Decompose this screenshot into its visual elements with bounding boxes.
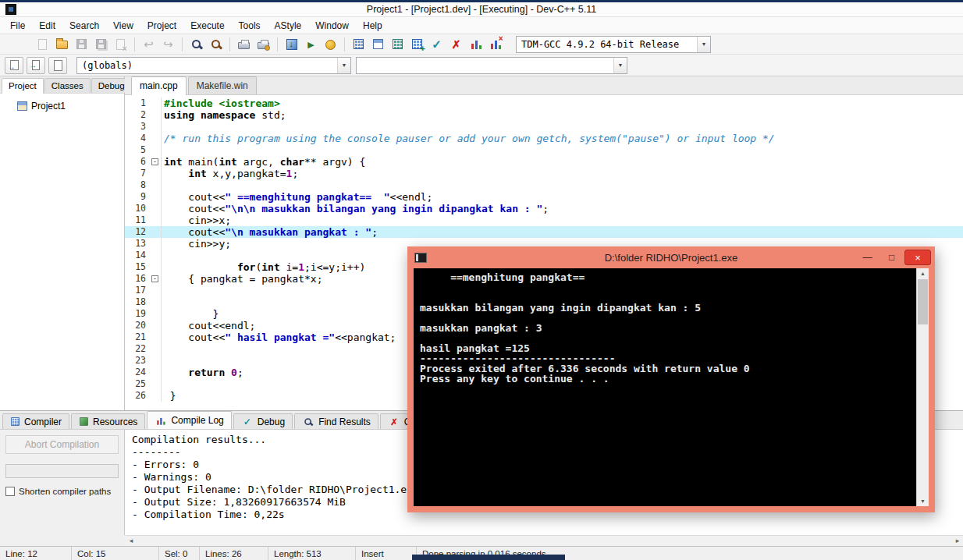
line-number: 7	[125, 168, 150, 179]
code-line-3[interactable]: 3	[125, 121, 963, 133]
class-browser-mode-button[interactable]	[48, 57, 67, 74]
run-icon	[305, 38, 318, 51]
line-number: 25	[125, 378, 150, 390]
compile-and-run-button[interactable]	[321, 35, 340, 54]
console-maximize-button[interactable]: □	[880, 250, 903, 265]
console-titlebar[interactable]: D:\folder RIDHO\Project1.exe — □ ×	[407, 246, 935, 268]
tab-compile-log[interactable]: Compile Log	[147, 411, 231, 429]
menu-view[interactable]: View	[106, 19, 140, 33]
code-line-2[interactable]: 2using namespace std;	[125, 109, 963, 121]
abort-compilation-button[interactable]: Abort Compilation	[5, 435, 119, 454]
compile-icon	[286, 39, 297, 50]
main-toolbar: TDM-GCC 4.9.2 64-bit Release ▼	[0, 34, 963, 55]
tab-label: Debug	[98, 81, 125, 90]
code-line-9[interactable]: 9 cout<<" ==menghitung pangkat== "<<endl…	[125, 191, 963, 203]
open-file-button[interactable]	[52, 35, 72, 54]
fold-margin	[150, 226, 162, 238]
replace-button[interactable]	[206, 35, 226, 54]
tab-compiler[interactable]: Compiler	[2, 413, 69, 429]
stop-execution-button[interactable]	[446, 35, 466, 54]
run-button[interactable]	[301, 35, 321, 54]
line-number: 1	[125, 97, 150, 109]
tab-classes[interactable]: Classes	[44, 78, 91, 93]
tab-debug[interactable]: Debug	[233, 413, 293, 429]
code-text: cin>>y;	[162, 238, 231, 250]
globals-combobox[interactable]: (globals) ▼	[76, 57, 351, 74]
scroll-down-arrow-icon[interactable]: ▼	[917, 496, 929, 506]
compile-button[interactable]	[282, 35, 301, 54]
console-window[interactable]: D:\folder RIDHO\Project1.exe — □ × ==men…	[407, 246, 935, 512]
code-text: cout<<endl;	[162, 320, 255, 331]
code-line-6[interactable]: 6-int main(int argc, char** argv) {	[125, 156, 963, 168]
print-setup-button[interactable]	[254, 35, 273, 54]
delete-profiling-data-button[interactable]	[485, 35, 505, 54]
print-button[interactable]	[234, 35, 254, 54]
status-lines: Lines: 26	[200, 547, 268, 560]
console-line	[420, 282, 916, 292]
project-sidebar: ProjectClassesDebug Project1	[0, 76, 125, 410]
find-button[interactable]	[187, 35, 206, 54]
menu-edit[interactable]: Edit	[32, 19, 62, 33]
menu-tools[interactable]: Tools	[232, 19, 268, 33]
code-line-11[interactable]: 11 cin>>x;	[125, 214, 963, 226]
menu-file[interactable]: File	[3, 19, 32, 33]
console-minimize-button[interactable]: —	[856, 250, 879, 265]
members-combobox[interactable]: ▼	[356, 57, 627, 74]
fold-margin	[150, 296, 162, 308]
project-icon	[17, 101, 27, 111]
code-line-8[interactable]: 8	[125, 179, 963, 191]
console-close-button[interactable]: ×	[904, 250, 931, 265]
code-text	[162, 250, 164, 261]
code-line-5[interactable]: 5	[125, 144, 963, 156]
shorten-compiler-paths-checkbox[interactable]: Shorten compiler paths	[5, 487, 119, 496]
line-number: 4	[125, 133, 150, 144]
new-project-button[interactable]	[349, 35, 368, 54]
tab-find-results[interactable]: Find Results	[294, 413, 378, 429]
line-number: 22	[125, 343, 150, 355]
project-options-button[interactable]	[368, 35, 388, 54]
log-horizontal-scrollbar[interactable]: ◂ ▸	[126, 535, 963, 546]
scroll-right-arrow-icon[interactable]: ▸	[952, 536, 963, 546]
page-x-icon	[116, 39, 125, 50]
syntax-check-button[interactable]	[427, 35, 446, 54]
menu-window[interactable]: Window	[308, 19, 356, 33]
scrollbar-thumb[interactable]	[918, 279, 928, 324]
tab-main-cpp[interactable]: main.cpp	[131, 76, 187, 95]
profile-analysis-button[interactable]	[466, 35, 485, 54]
compiler-combobox[interactable]: TDM-GCC 4.9.2 64-bit Release ▼	[516, 36, 711, 53]
scroll-up-arrow-icon[interactable]: ▲	[917, 268, 929, 278]
status-sel: Sel: 0	[159, 547, 200, 560]
console-scrollbar[interactable]: ▲ ▼	[916, 268, 929, 506]
menu-astyle[interactable]: AStyle	[268, 19, 309, 33]
menu-project[interactable]: Project	[140, 19, 183, 33]
code-line-12[interactable]: 12 cout<<"\n masukkan pangkat : ";	[125, 226, 963, 238]
code-line-7[interactable]: 7 int x,y,pangkat=1;	[125, 168, 963, 179]
code-text: return 0;	[162, 367, 243, 378]
code-text: using namespace std;	[162, 109, 286, 121]
profile-window-button[interactable]	[407, 35, 427, 54]
fold-margin	[150, 97, 162, 109]
package-manager-button[interactable]	[388, 35, 407, 54]
code-line-4[interactable]: 4/* run this program using the console p…	[125, 133, 963, 144]
tab-project[interactable]: Project	[2, 78, 44, 94]
tab-makefile-win[interactable]: Makefile.win	[188, 76, 257, 94]
menu-search[interactable]: Search	[62, 19, 106, 33]
tab-resources[interactable]: Resources	[71, 413, 145, 429]
print-icon	[238, 42, 250, 49]
project-tree-item[interactable]: Project1	[5, 101, 119, 112]
scroll-left-arrow-icon[interactable]: ◂	[126, 536, 137, 546]
menu-help[interactable]: Help	[356, 19, 389, 33]
chevron-down-icon: ▼	[613, 58, 627, 73]
grid-teal-icon	[393, 39, 403, 49]
code-line-1[interactable]: 1#include <iostream>	[125, 97, 963, 109]
fold-collapse-icon[interactable]: -	[151, 275, 158, 282]
scrollbar-track[interactable]	[137, 536, 952, 546]
find-icon	[304, 416, 314, 427]
folder-icon	[56, 41, 68, 49]
line-number: 10	[125, 203, 150, 214]
goto-declaration-button[interactable]	[5, 57, 23, 74]
goto-implementation-button[interactable]	[27, 57, 45, 74]
code-line-10[interactable]: 10 cout<<"\n\n masukkan bilangan yang in…	[125, 203, 963, 214]
fold-collapse-icon[interactable]: -	[151, 158, 158, 165]
menu-execute[interactable]: Execute	[183, 19, 231, 33]
